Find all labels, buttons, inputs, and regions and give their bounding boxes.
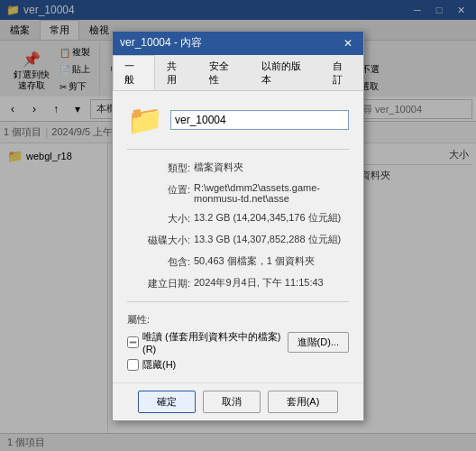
dialog-tabs: 一般 共用 安全性 以前的版本 自訂 bbox=[113, 55, 363, 91]
apply-button[interactable]: 套用(A) bbox=[268, 391, 339, 413]
hidden-checkbox[interactable] bbox=[127, 359, 139, 371]
ok-button[interactable]: 確定 bbox=[138, 391, 196, 413]
dialog-tab-security[interactable]: 安全性 bbox=[197, 55, 250, 90]
dialog-tab-sharing[interactable]: 共用 bbox=[155, 55, 197, 90]
prop-created: 建立日期: 2024年9月4日, 下午 11:15:43 bbox=[127, 276, 349, 290]
folder-name-row: 📁 bbox=[127, 102, 349, 138]
attr-hidden-row: 隱藏(H) bbox=[127, 358, 349, 372]
readonly-label: 唯讀 (僅套用到資料夾中的檔案)(R) bbox=[142, 330, 282, 354]
prop-location: 位置: R:\wget\dmm2\assets.game-monmusu-td.… bbox=[127, 182, 349, 204]
advanced-button[interactable]: 進階(D)... bbox=[288, 332, 349, 353]
dialog-body: 📁 類型: 檔案資料夾 位置: R:\wget\dmm2\assets.game… bbox=[113, 91, 363, 382]
dialog-tab-general[interactable]: 一般 bbox=[113, 55, 155, 90]
hidden-label: 隱藏(H) bbox=[142, 358, 176, 372]
prop-disk-size: 磁碟大小: 13.3 GB (14,307,852,288 位元組) bbox=[127, 233, 349, 247]
readonly-checkbox[interactable] bbox=[127, 336, 139, 348]
dialog-overlay: ver_10004 - 內容 ✕ 一般 共用 安全性 以前的版本 自訂 📁 bbox=[0, 0, 476, 451]
dialog-title-text: ver_10004 - 內容 bbox=[120, 35, 202, 51]
attributes-section: 屬性: 唯讀 (僅套用到資料夾中的檔案)(R) 進階(D)... 隱藏(H) bbox=[127, 313, 349, 372]
prop-size: 大小: 13.2 GB (14,204,345,176 位元組) bbox=[127, 211, 349, 226]
dialog-tab-custom[interactable]: 自訂 bbox=[321, 55, 363, 90]
dialog-close-button[interactable]: ✕ bbox=[340, 35, 356, 51]
prop-contains: 包含: 50,463 個檔案，1 個資料夾 bbox=[127, 254, 349, 269]
properties-dialog: ver_10004 - 內容 ✕ 一般 共用 安全性 以前的版本 自訂 📁 bbox=[112, 31, 364, 421]
prop-type: 類型: 檔案資料夾 bbox=[127, 161, 349, 175]
attr-readonly-row: 唯讀 (僅套用到資料夾中的檔案)(R) 進階(D)... bbox=[127, 330, 349, 354]
folder-name-input[interactable] bbox=[170, 110, 349, 130]
dialog-tab-previous[interactable]: 以前的版本 bbox=[250, 55, 321, 90]
dialog-folder-icon: 📁 bbox=[127, 102, 163, 138]
cancel-button[interactable]: 取消 bbox=[203, 391, 261, 413]
attr-label: 屬性: bbox=[127, 313, 349, 327]
dialog-footer: 確定 取消 套用(A) bbox=[113, 382, 363, 420]
dialog-title-bar: ver_10004 - 內容 ✕ bbox=[113, 32, 363, 55]
